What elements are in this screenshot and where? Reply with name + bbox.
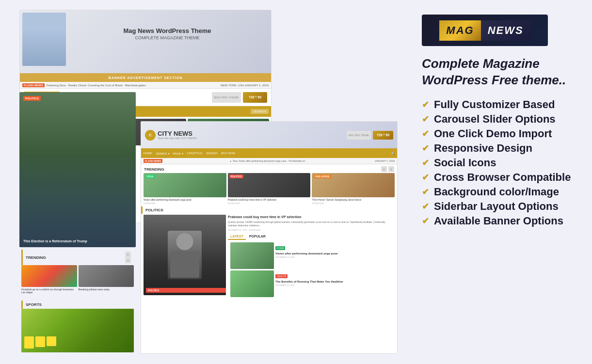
feature-item-6: ✔ Cross Browser Compatible: [422, 171, 573, 184]
side-news-info-2: HEALTH The Benefits of Running That Make…: [275, 270, 392, 297]
trending-item-2: Breaking political news today: [79, 265, 134, 297]
feature-text-6: Cross Browser Compatible: [434, 171, 571, 184]
feature-text-9: Available Banner Options: [434, 215, 563, 227]
cat-badge-2: POLITICS: [229, 174, 243, 178]
city-ad-area: MAG PRO THEME 728 * 90: [347, 131, 393, 140]
logo-news: NEWS: [481, 20, 530, 41]
side-meta-1: DECEMBER 21, 2019: [275, 256, 392, 258]
check-icon-3: ✔: [422, 128, 429, 139]
next-arrow-front[interactable]: ›: [388, 166, 394, 172]
city-nav-search[interactable]: 🔍: [391, 152, 395, 155]
side-cat-2: HEALTH: [275, 274, 288, 278]
trending-arrows: ‹ ›: [125, 252, 131, 263]
trending-card-2: POLITICS Prabowo could buy more time in …: [228, 173, 311, 205]
prev-arrow[interactable]: ‹: [125, 252, 131, 257]
sports-section: SPORTS: [19, 301, 136, 352]
flash-bar: FLASH NEWS Featuring Dura · Reality Chec…: [20, 82, 271, 89]
feature-item-3: ✔ One Click Demo Import: [422, 127, 573, 140]
feature-text-4: Responsive Design: [434, 142, 532, 155]
flash-text: Featuring Dura · Reality Check: Counting…: [47, 84, 146, 87]
latest-tab[interactable]: LATEST: [228, 234, 246, 240]
city-nav-demos[interactable]: DEMOS ▾: [156, 152, 169, 155]
feature-item-4: ✔ Responsive Design: [422, 142, 573, 155]
check-icon-7: ✔: [422, 187, 429, 197]
latest-popular-tabs: LATEST POPULAR: [228, 233, 395, 241]
trending-text-1: Hundreds go on a colorful run through do…: [21, 288, 77, 294]
main-news-content: Prabowo could buy more time in VP select…: [228, 215, 395, 295]
trending-img-1: YOGA: [144, 173, 226, 197]
trending-cards: YOGA Vision after performing downward yo…: [141, 173, 397, 206]
cat-badge-1: YOGA: [145, 174, 155, 178]
check-icon-9: ✔: [422, 216, 429, 226]
trending-title-2: Prabowo could buy more time in VP select…: [228, 198, 311, 202]
side-cat-1: FOOD: [275, 246, 285, 250]
header-text-area: Mag News WordPress Theme COMPLETE MAGAZI…: [68, 27, 266, 40]
city-nav-home[interactable]: HOME: [144, 152, 152, 155]
side-title-1: Vision after performing downward yoga po…: [275, 252, 392, 256]
check-icon-4: ✔: [422, 143, 429, 154]
main-news-body: Quickly spread. 24/365 monitoring throug…: [228, 221, 395, 227]
city-logo-icon: C: [145, 130, 156, 141]
nav-search[interactable]: SEARCH: [251, 109, 269, 114]
cat-badge-3: FINE HORSE: [313, 174, 331, 178]
trending-text-2: Breaking political news today: [79, 288, 134, 291]
main-cat-badge: POLITICS: [146, 288, 226, 293]
banner-section: BANNER ADVERTISEMENT SECTION: [20, 73, 271, 82]
trending-img-3: FINE HORSE: [312, 173, 395, 197]
front-screenshot: C CITY NEWS Start the day with CITY NEWS…: [141, 121, 398, 354]
trending-section-label: TRENDING ‹ ›: [21, 250, 134, 265]
theme-title: Mag News WordPress Theme: [68, 27, 266, 34]
banner-text: BANNER ADVERTISEMENT SECTION: [109, 76, 183, 79]
city-news-title: CITY NEWS: [158, 130, 197, 137]
city-nav-buy[interactable]: BUY NOW: [221, 152, 235, 155]
city-news-sub: Start the day with CITY NEWS: [158, 137, 197, 140]
feature-text-1: Fully Customizer Based: [434, 98, 555, 111]
popular-tab[interactable]: POPULAR: [247, 234, 268, 240]
city-ad-placeholder: MAG PRO THEME: [347, 131, 371, 140]
tagline: Complete MagazineWordPress Free theme..: [422, 56, 573, 89]
feature-text-7: Background color/Image: [434, 186, 559, 198]
trending-item-1: Hundreds go on a colorful run through do…: [21, 265, 77, 297]
trending-img-2: POLITICS: [228, 173, 311, 197]
side-thumb-2: [230, 270, 274, 297]
sports-image: [21, 309, 134, 352]
side-news-2: HEALTH The Benefits of Running That Make…: [228, 270, 395, 297]
city-flash-date: JANUARY 7, 2019: [375, 159, 395, 162]
feature-item-7: ✔ Background color/Image: [422, 186, 573, 198]
trending-thumb-row: Hundreds go on a colorful run through do…: [19, 265, 136, 297]
check-icon-5: ✔: [422, 158, 429, 168]
sports-label: SPORTS: [21, 301, 134, 309]
prev-arrow-front[interactable]: ‹: [381, 166, 387, 172]
check-icon-8: ✔: [422, 201, 429, 212]
trending-meta-3: SUPERUSER: [312, 202, 395, 205]
person-image: [22, 13, 66, 66]
trending-card-1: YOGA Vision after performing downward yo…: [144, 173, 226, 205]
check-icon-2: ✔: [422, 114, 429, 125]
feature-item-5: ✔ Social Icons: [422, 157, 573, 169]
city-nav-singer[interactable]: SINGER: [206, 152, 217, 155]
trending-meta-1: SUPERUSER: [144, 202, 226, 205]
brand-logo: MAG NEWS: [422, 15, 548, 46]
next-arrow[interactable]: ›: [125, 257, 131, 263]
city-nav-page[interactable]: PAGE ▾: [173, 152, 183, 155]
feature-item-2: ✔ Carousel Slider Options: [422, 113, 573, 126]
feature-text-2: Carousel Slider Options: [434, 113, 556, 126]
trending-front-arrows: ‹ ›: [381, 166, 394, 172]
features-list: ✔ Fully Customizer Based ✔ Carousel Slid…: [422, 98, 573, 227]
flash-right: NEW YORK, USA JANUARY 1, 2019: [221, 84, 269, 87]
city-flash-label: FLASH NEWS: [144, 159, 162, 163]
city-nav-lifestyle[interactable]: LIFESTYLE: [187, 152, 203, 155]
trending-title-3: "Fine Horse" Dancer Sanghyang Jaran Danc…: [312, 198, 395, 202]
trending-thumb-1: [21, 265, 77, 287]
feature-item-8: ✔ Siderbar Layout Options: [422, 200, 573, 213]
politics-label: POLITICS: [141, 206, 397, 214]
city-flash-text: ▸ Tina: Vision offer performing downward…: [230, 159, 306, 162]
main-news-area: POLITICS Prabowo could buy more time in …: [141, 214, 397, 296]
city-flash-bar: FLASH NEWS ▸ Tina: Vision offer performi…: [141, 158, 397, 164]
man-caption: This Election is a Referendum of Trump: [23, 239, 132, 243]
check-icon-1: ✔: [422, 99, 429, 110]
main-news-image: POLITICS: [144, 215, 226, 295]
side-thumb-1: [230, 242, 274, 269]
theme-subtitle: COMPLETE MAGAZINE THEME: [68, 35, 266, 40]
main-news-author: SUPERUSER: [249, 229, 261, 231]
